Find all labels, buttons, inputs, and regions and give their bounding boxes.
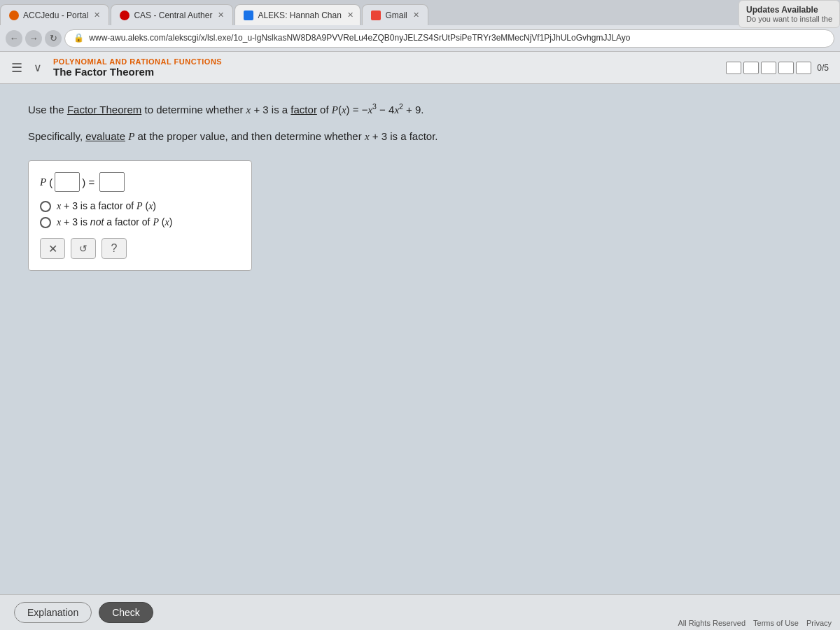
open-paren: ( (46, 176, 52, 188)
rights-text: All Rights Reserved (678, 619, 746, 627)
tab-close-gmail[interactable]: ✕ (413, 10, 419, 20)
notification-title: Updates Available (746, 5, 832, 15)
progress-box-2 (743, 62, 759, 74)
progress-box-5 (796, 62, 811, 74)
radio-circle-2 (40, 217, 51, 228)
tab-accjedu[interactable]: ACCJedu - Portal ✕ (0, 4, 109, 25)
tab-favicon-gmail (371, 10, 381, 20)
radio-circle-1 (40, 201, 51, 212)
explanation-button[interactable]: Explanation (14, 602, 92, 623)
lock-icon: 🔒 (74, 33, 84, 43)
polynomial-expression: P (332, 104, 338, 115)
tab-favicon-cas (120, 10, 130, 20)
breadcrumb-area: POLYNOMIAL AND RATIONAL FUNCTIONS The Fa… (53, 57, 726, 78)
problem-detail: Specifically, evaluate P at the proper v… (28, 128, 812, 145)
tab-label-aleks: ALEKS: Hannah Chan (258, 10, 341, 20)
tab-close-accjedu[interactable]: ✕ (94, 10, 100, 20)
browser-chrome: ACCJedu - Portal ✕ CAS - Central Auther … (0, 0, 840, 52)
progress-box-4 (778, 62, 794, 74)
factor-link: factor (290, 104, 317, 115)
tab-gmail[interactable]: Gmail ✕ (362, 4, 428, 25)
address-bar: ← → ↻ 🔒 www-awu.aleks.com/alekscgi/x/lsl… (0, 25, 840, 52)
equals-sign: = (89, 176, 98, 188)
hamburger-menu[interactable]: ☰ (11, 60, 22, 76)
tab-label-cas: CAS - Central Auther (134, 10, 212, 20)
footer-links: All Rights Reserved Terms of Use Privacy (669, 616, 840, 630)
factor-theorem-link[interactable]: Factor Theorem (67, 104, 141, 115)
clear-button[interactable]: ✕ (40, 238, 65, 259)
undo-button[interactable]: ↺ (71, 238, 96, 259)
tab-close-aleks[interactable]: ✕ (347, 10, 354, 20)
top-section: ☰ ∨ POLYNOMIAL AND RATIONAL FUNCTIONS Th… (0, 52, 840, 84)
problem-instruction: Use the Factor Theorem to determine whet… (28, 101, 812, 118)
x-plus-3-text: x (246, 104, 251, 115)
help-button[interactable]: ? (102, 238, 127, 259)
radio-option-is-factor[interactable]: x + 3 is a factor of P (x) (40, 200, 240, 212)
notification-banner: Updates Available Do you want to install… (738, 0, 840, 28)
notification-text: Do you want to install the (746, 15, 832, 23)
check-button[interactable]: Check (99, 602, 153, 623)
radio-label-2: x + 3 is not a factor of P (x) (57, 216, 172, 228)
reload-button[interactable]: ↻ (45, 30, 62, 47)
terms-link[interactable]: Terms of Use (753, 619, 799, 627)
progress-area: 0/5 (726, 62, 829, 74)
tab-favicon-accjedu (9, 10, 19, 20)
back-button[interactable]: ← (6, 30, 22, 47)
tab-label-gmail: Gmail (385, 10, 407, 20)
close-paren: ) (82, 176, 88, 188)
main-content: ☰ ∨ POLYNOMIAL AND RATIONAL FUNCTIONS Th… (0, 52, 840, 630)
progress-boxes (726, 62, 811, 74)
tab-bar: ACCJedu - Portal ✕ CAS - Central Auther … (0, 0, 840, 25)
tab-favicon-aleks (244, 10, 253, 20)
radio-label-1: x + 3 is a factor of P (x) (57, 200, 156, 212)
url-text: www-awu.aleks.com/alekscgi/x/lsl.exe/1o_… (89, 33, 630, 43)
progress-box-1 (726, 62, 741, 74)
chevron-down-icon[interactable]: ∨ (34, 61, 42, 74)
privacy-link[interactable]: Privacy (806, 619, 832, 627)
breadcrumb-category: POLYNOMIAL AND RATIONAL FUNCTIONS (53, 57, 726, 66)
p-input-value[interactable] (55, 172, 80, 192)
answer-box: P ( ) = x + 3 is a factor of P (x) x + 3… (28, 160, 252, 271)
problem-area: Use the Factor Theorem to determine whet… (0, 84, 840, 630)
breadcrumb-title: The Factor Theorem (53, 66, 726, 78)
progress-label: 0/5 (817, 63, 829, 73)
tab-cas[interactable]: CAS - Central Auther ✕ (111, 4, 233, 25)
radio-option-not-factor[interactable]: x + 3 is not a factor of P (x) (40, 216, 240, 228)
forward-button[interactable]: → (25, 30, 42, 47)
p-label: P (40, 176, 46, 188)
p-result-value[interactable] (99, 172, 125, 192)
tab-aleks[interactable]: ALEKS: Hannah Chan ✕ (234, 4, 360, 25)
p-equation: P ( ) = (40, 172, 240, 192)
tab-label-accjedu: ACCJedu - Portal (23, 10, 88, 20)
url-input[interactable]: 🔒 www-awu.aleks.com/alekscgi/x/lsl.exe/1… (64, 29, 834, 48)
bottom-bar: Explanation Check All Rights Reserved Te… (0, 594, 840, 630)
progress-box-3 (761, 62, 776, 74)
tab-close-cas[interactable]: ✕ (218, 10, 224, 20)
action-buttons: ✕ ↺ ? (40, 238, 240, 259)
evaluate-link[interactable]: evaluate (85, 130, 125, 142)
